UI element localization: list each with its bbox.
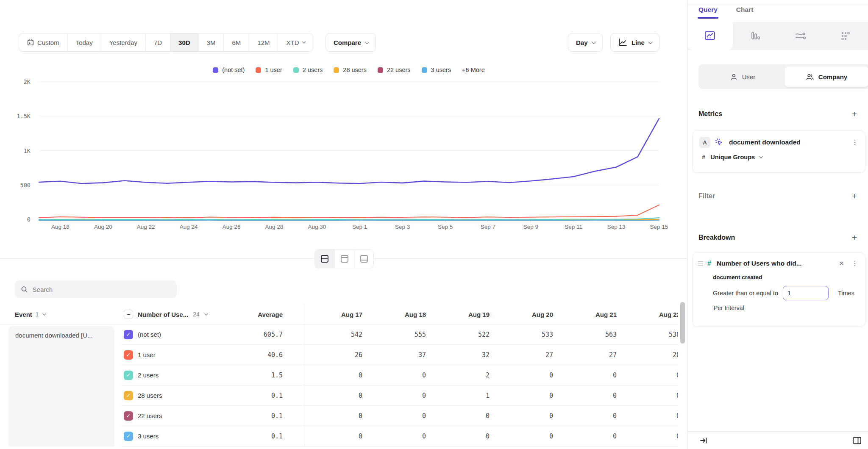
- row-label-cell[interactable]: ✓3 users: [121, 426, 225, 446]
- chart-type-dropdown[interactable]: Line: [610, 33, 659, 52]
- legend-item[interactable]: 2 users: [293, 67, 323, 73]
- breakdown-header-cell[interactable]: −Number of Use...24: [121, 304, 225, 324]
- value-cell: 555: [369, 324, 432, 345]
- range-button-3m[interactable]: 3M: [198, 33, 224, 51]
- cell-value: 0: [613, 392, 617, 399]
- chart-type-tab-bar[interactable]: [733, 22, 778, 50]
- panel-footer: [687, 431, 868, 449]
- event-row-card[interactable]: document downloaded [U...: [8, 326, 114, 446]
- cell-value: 0: [422, 371, 426, 379]
- scope-company-button[interactable]: Company: [785, 67, 868, 87]
- condition-operator[interactable]: Greater than or equal to: [713, 290, 778, 297]
- row-label-cell[interactable]: ✓2 users: [121, 365, 225, 385]
- kebab-menu-icon[interactable]: ⋮: [851, 260, 858, 267]
- metrics-heading: Metrics: [698, 110, 722, 118]
- chart-only-view-button[interactable]: [334, 249, 354, 268]
- legend-label: (not set): [222, 67, 245, 73]
- tab-query[interactable]: Query: [698, 6, 718, 19]
- value-cell: 0: [559, 406, 623, 426]
- interval-dropdown[interactable]: Day: [568, 33, 603, 52]
- table-scrollbar-thumb[interactable]: [680, 302, 685, 344]
- chart-type-tab-flow[interactable]: [778, 22, 823, 50]
- split-view-button[interactable]: [315, 249, 334, 268]
- range-button-12m[interactable]: 12M: [249, 33, 278, 51]
- legend-item[interactable]: 22 users: [378, 67, 411, 73]
- metrics-section-header: Metrics +: [698, 109, 857, 118]
- legend-more-button[interactable]: +6 More: [462, 67, 485, 73]
- value-cell: 37: [369, 345, 432, 365]
- legend-item[interactable]: 3 users: [422, 67, 451, 73]
- row-label-cell[interactable]: ✓28 users: [121, 385, 225, 406]
- cell-value: 27: [545, 351, 553, 359]
- event-header-cell[interactable]: Event1: [0, 304, 121, 324]
- table-only-view-button[interactable]: [354, 249, 373, 268]
- tab-chart[interactable]: Chart: [736, 6, 753, 19]
- compare-button[interactable]: Compare: [326, 33, 376, 52]
- chart-type-tab-line[interactable]: [687, 22, 733, 50]
- value-cell: 32: [432, 345, 496, 365]
- add-filter-button[interactable]: +: [852, 191, 857, 200]
- range-button-yesterday[interactable]: Yesterday: [101, 33, 145, 51]
- legend-item[interactable]: (not set): [213, 67, 245, 73]
- panel-tabs: Query Chart: [698, 6, 753, 19]
- value-cell: 26: [305, 345, 369, 365]
- legend-label: 2 users: [303, 67, 323, 73]
- indeterminate-checkbox-icon[interactable]: −: [124, 310, 133, 319]
- add-metric-button[interactable]: +: [852, 109, 857, 118]
- series-checkbox[interactable]: ✓: [124, 432, 133, 441]
- series-checkbox[interactable]: ✓: [124, 350, 133, 360]
- average-cell: 0.1: [225, 406, 305, 426]
- row-label-cell[interactable]: ✓22 users: [121, 406, 225, 426]
- measure-dropdown[interactable]: Unique Groups: [710, 154, 762, 161]
- series-checkbox[interactable]: ✓: [124, 371, 133, 380]
- series-checkbox[interactable]: ✓: [124, 391, 133, 400]
- value-cell: 542: [305, 324, 369, 345]
- range-button-today[interactable]: Today: [67, 33, 101, 51]
- scope-user-button[interactable]: User: [701, 67, 785, 87]
- range-button-30d[interactable]: 30D: [170, 33, 198, 51]
- series-checkbox[interactable]: ✓: [124, 330, 133, 339]
- chart-type-tab-retention[interactable]: [823, 22, 868, 50]
- panel-top-border: [687, 4, 868, 4]
- cell-value: 37: [418, 351, 426, 359]
- row-label: 28 users: [138, 392, 162, 399]
- legend-item[interactable]: 1 user: [256, 67, 282, 73]
- average-cell: 1.5: [225, 365, 305, 385]
- breakdown-card: # Number of Users who did... × ⋮ documen…: [692, 252, 865, 327]
- range-button-custom[interactable]: Custom: [19, 33, 67, 51]
- search-input[interactable]: [33, 286, 171, 293]
- value-cell: 0: [305, 385, 369, 406]
- scope-user-label: User: [742, 73, 756, 80]
- value-cell: 563: [559, 324, 623, 345]
- breakdown-section-header: Breakdown +: [698, 233, 857, 242]
- search-icon: [21, 285, 28, 293]
- drag-handle-icon[interactable]: [698, 261, 703, 266]
- x-axis-tick: Sep 13: [607, 224, 626, 230]
- range-button-xtd[interactable]: XTD: [278, 33, 313, 51]
- close-icon[interactable]: ×: [839, 259, 844, 267]
- cell-value: 32: [482, 351, 490, 359]
- breakdown-event[interactable]: document created: [713, 274, 858, 280]
- collapse-panel-icon[interactable]: [699, 436, 708, 445]
- row-label-cell[interactable]: ✓1 user: [121, 345, 225, 365]
- panel-layout-icon[interactable]: [852, 436, 862, 445]
- range-button-6m[interactable]: 6M: [223, 33, 249, 51]
- breakdown-property[interactable]: Number of Users who did...: [717, 260, 839, 267]
- date-header-cell: Aug 21: [559, 304, 623, 324]
- split-view-icon: [320, 254, 329, 263]
- metric-event-name[interactable]: document downloaded: [729, 139, 847, 146]
- filter-section-header: Filter +: [698, 191, 857, 200]
- add-breakdown-button[interactable]: +: [852, 233, 857, 242]
- chart-canvas[interactable]: 05001K1.5K2KAug 18Aug 20Aug 22Aug 24Aug …: [0, 76, 687, 234]
- series-checkbox[interactable]: ✓: [124, 411, 133, 421]
- x-axis-tick: Sep 5: [438, 224, 453, 230]
- date-header-label: Aug 20: [532, 311, 553, 318]
- condition-value-input[interactable]: [783, 286, 829, 300]
- cell-value: 0: [613, 371, 617, 379]
- row-label-cell[interactable]: ✓(not set): [121, 324, 225, 345]
- kebab-menu-icon[interactable]: ⋮: [851, 139, 858, 146]
- legend-item[interactable]: 28 users: [334, 67, 367, 73]
- date-header-label: Aug 17: [341, 311, 362, 318]
- range-button-7d[interactable]: 7D: [145, 33, 170, 51]
- hash-icon: #: [702, 153, 705, 161]
